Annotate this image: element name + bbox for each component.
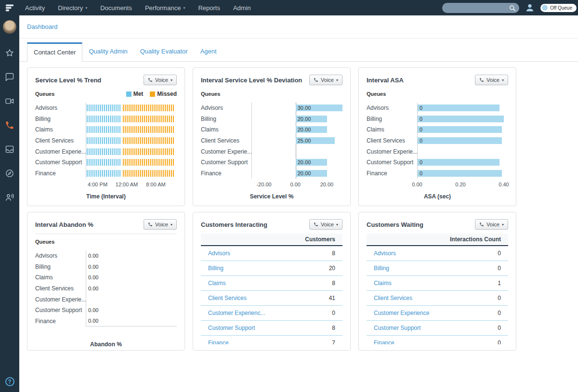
- card-title: Interval Abandon %: [35, 221, 93, 228]
- voice-filter-button[interactable]: Voice ▾: [144, 75, 177, 85]
- queue-link[interactable]: Customer Support: [208, 325, 255, 331]
- queue-link[interactable]: Billing: [208, 265, 223, 272]
- plot-area: [86, 146, 177, 157]
- breadcrumb-dashboard[interactable]: Dashboard: [27, 23, 58, 30]
- main-menu: ActivityDirectory▾DocumentsPerformance▾R…: [25, 4, 251, 12]
- axis-title: Time (Interval): [35, 193, 177, 200]
- phone-icon[interactable]: [5, 120, 14, 130]
- x-axis: -20.000.0020.00: [251, 182, 342, 188]
- discover-icon[interactable]: [5, 169, 14, 178]
- missed-bars: [123, 148, 175, 155]
- app-logo[interactable]: [0, 2, 19, 13]
- queue-label: Claims: [35, 126, 86, 133]
- plot-area: [86, 103, 177, 114]
- queue-link[interactable]: Claims: [374, 280, 392, 287]
- menu-item-directory[interactable]: Directory▾: [58, 4, 87, 12]
- contacts-icon[interactable]: [5, 193, 14, 202]
- card-title: Service Level % Trend: [35, 77, 101, 84]
- favorites-icon[interactable]: [5, 48, 14, 58]
- tab-contact-center[interactable]: Contact Center: [27, 42, 82, 62]
- tab-quality-evaluator[interactable]: Quality Evaluator: [134, 42, 194, 61]
- customers-interacting-table: CustomersAdvisors8Billing20Claims8Client…: [201, 234, 342, 344]
- queue-label: Billing: [35, 263, 86, 270]
- cell-value: 0: [498, 250, 501, 257]
- axis-tick: 0.00: [290, 182, 301, 187]
- plot-area: 0.00: [86, 283, 177, 294]
- cell-value: 8: [332, 325, 335, 331]
- queue-link[interactable]: Finance: [208, 340, 229, 344]
- table-row: Customer Experienc...0: [201, 306, 342, 321]
- search-icon[interactable]: [509, 5, 516, 12]
- chart-row: Advisors: [35, 103, 177, 114]
- queue-link[interactable]: Billing: [374, 265, 389, 272]
- table-row: Claims8: [201, 276, 342, 291]
- queue-link[interactable]: Customer Experienc...: [208, 310, 265, 316]
- plot-area: [86, 124, 177, 135]
- off-queue-toggle[interactable]: Off Queue: [540, 4, 577, 12]
- card-header: Interval Service Level % Deviation Voice…: [201, 75, 342, 85]
- plot-area: 0: [417, 124, 508, 135]
- queue-link[interactable]: Finance: [374, 340, 394, 344]
- plot-area: [86, 294, 177, 305]
- table-row: Finance0: [367, 336, 508, 344]
- menu-item-admin[interactable]: Admin: [233, 4, 251, 12]
- voice-filter-button[interactable]: Voice ▾: [475, 75, 508, 85]
- bar: [418, 105, 499, 111]
- profile-icon[interactable]: [525, 3, 535, 13]
- plot-area: 0.00: [86, 261, 177, 273]
- menu-item-performance[interactable]: Performance▾: [145, 4, 185, 12]
- tab-quality-admin[interactable]: Quality Admin: [82, 42, 133, 61]
- value-label: 20.00: [298, 116, 311, 122]
- met-bars: [87, 137, 121, 144]
- voice-filter-button[interactable]: Voice ▾: [309, 219, 342, 230]
- phone-icon: [314, 222, 318, 227]
- queue-link[interactable]: Advisors: [374, 250, 396, 257]
- table-row: Advisors0: [367, 246, 508, 261]
- voice-filter-button[interactable]: Voice ▾: [144, 219, 177, 230]
- phone-icon: [314, 78, 318, 82]
- chart-row: Customer Experie...: [367, 146, 508, 157]
- queue-label: Client Services: [367, 137, 417, 144]
- queue-link[interactable]: Customer Experience: [374, 310, 429, 316]
- left-sidebar: ?: [0, 15, 19, 392]
- value-label: 0: [420, 116, 422, 122]
- menu-item-documents[interactable]: Documents: [100, 4, 132, 12]
- menu-item-reports[interactable]: Reports: [198, 4, 220, 12]
- met-bars: [87, 126, 121, 133]
- inbox-icon[interactable]: [5, 144, 14, 154]
- chart-legend: MetMissed: [126, 91, 177, 97]
- user-avatar[interactable]: [3, 20, 16, 34]
- plot-area: 0.00: [86, 316, 177, 327]
- card-header: Customers Waiting Voice ▾: [367, 219, 508, 230]
- chat-icon[interactable]: [5, 72, 14, 82]
- column-header: Interactions Count: [450, 236, 501, 243]
- voice-filter-button[interactable]: Voice ▾: [475, 219, 508, 230]
- chart-row: Customer Support0.00: [35, 305, 177, 316]
- cell-value: 0: [498, 310, 501, 316]
- voice-label: Voice: [321, 222, 334, 227]
- queue-link[interactable]: Client Services: [374, 295, 412, 301]
- queue-link[interactable]: Client Services: [208, 295, 247, 301]
- value-label: 0.00: [88, 318, 98, 324]
- chart-row: Client Services: [35, 135, 177, 146]
- tab-agent[interactable]: Agent: [194, 42, 223, 61]
- queue-label: Billing: [35, 116, 86, 122]
- search-input[interactable]: [442, 3, 519, 13]
- chart-row: Client Services25.00: [201, 135, 342, 146]
- customers-waiting-table: Interactions CountAdvisors0Billing0Claim…: [367, 234, 508, 344]
- menu-item-activity[interactable]: Activity: [25, 4, 45, 12]
- queue-link[interactable]: Advisors: [208, 250, 230, 257]
- video-icon[interactable]: [5, 96, 14, 106]
- voice-filter-button[interactable]: Voice ▾: [309, 75, 342, 85]
- phone-icon: [148, 222, 153, 227]
- cell-value: 8: [332, 280, 335, 287]
- queue-link[interactable]: Claims: [208, 280, 226, 287]
- value-label: 20.00: [298, 159, 311, 165]
- plot-area: 25.00: [251, 135, 342, 146]
- table-row: Customer Support0: [367, 321, 508, 336]
- legend-item: Met: [126, 91, 144, 97]
- queue-link[interactable]: Customer Support: [374, 325, 420, 331]
- group-label: Queues: [367, 91, 386, 97]
- help-icon[interactable]: ?: [5, 377, 14, 386]
- table-row: Billing0: [367, 261, 508, 276]
